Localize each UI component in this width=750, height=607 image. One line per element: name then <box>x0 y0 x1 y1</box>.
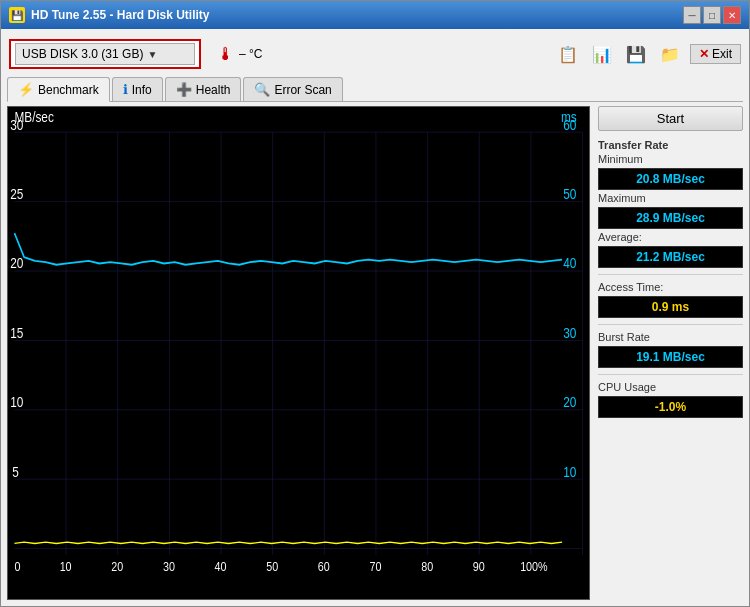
transfer-rate-title: Transfer Rate <box>598 139 743 151</box>
access-time-label: Access Time: <box>598 281 743 293</box>
burst-rate-value: 19.1 MB/sec <box>598 346 743 368</box>
stats-section: Transfer Rate Minimum 20.8 MB/sec Maximu… <box>598 137 743 418</box>
average-value: 21.2 MB/sec <box>598 246 743 268</box>
save-icon-btn[interactable]: 💾 <box>622 42 650 66</box>
benchmark-tab-label: Benchmark <box>38 83 99 97</box>
sidebar-stats: Start Transfer Rate Minimum 20.8 MB/sec … <box>598 106 743 600</box>
svg-text:10: 10 <box>60 559 72 573</box>
tab-health[interactable]: ➕ Health <box>165 77 242 101</box>
svg-text:40: 40 <box>215 559 227 573</box>
svg-text:30: 30 <box>563 325 576 341</box>
svg-text:25: 25 <box>10 186 23 202</box>
main-window: 💾 HD Tune 2.55 - Hard Disk Utility ─ □ ✕… <box>0 0 750 607</box>
tab-info[interactable]: ℹ Info <box>112 77 163 101</box>
title-bar-left: 💾 HD Tune 2.55 - Hard Disk Utility <box>9 7 209 23</box>
toolbar-right: 📋 📊 💾 📁 ✕ Exit <box>554 42 741 66</box>
svg-text:10: 10 <box>563 464 576 480</box>
maximize-button[interactable]: □ <box>703 6 721 24</box>
exit-label: Exit <box>712 47 732 61</box>
copy-icon-btn[interactable]: 📋 <box>554 42 582 66</box>
toolbar: USB DISK 3.0 (31 GB) ▼ 🌡 – °C 📋 📊 💾 📁 ✕ … <box>7 35 743 73</box>
folder-icon-btn[interactable]: 📁 <box>656 42 684 66</box>
exit-button[interactable]: ✕ Exit <box>690 44 741 64</box>
main-content: USB DISK 3.0 (31 GB) ▼ 🌡 – °C 📋 📊 💾 📁 ✕ … <box>1 29 749 606</box>
svg-text:0: 0 <box>14 559 20 573</box>
svg-text:80: 80 <box>421 559 433 573</box>
chart-area: 30 25 20 15 10 5 MB/sec 60 50 40 30 20 1… <box>7 106 743 600</box>
svg-text:MB/sec: MB/sec <box>14 109 54 125</box>
health-tab-icon: ➕ <box>176 82 192 97</box>
window-controls: ─ □ ✕ <box>683 6 741 24</box>
svg-text:40: 40 <box>563 256 576 272</box>
benchmark-tab-icon: ⚡ <box>18 82 34 97</box>
svg-text:100%: 100% <box>520 559 548 573</box>
minimum-label: Minimum <box>598 153 743 165</box>
tab-benchmark[interactable]: ⚡ Benchmark <box>7 77 110 102</box>
info-tab-icon: ℹ <box>123 82 128 97</box>
errorscan-tab-icon: 🔍 <box>254 82 270 97</box>
divider-2 <box>598 324 743 325</box>
errorscan-tab-label: Error Scan <box>274 83 331 97</box>
dropdown-arrow-icon: ▼ <box>147 49 157 60</box>
cpu-usage-value: -1.0% <box>598 396 743 418</box>
average-label: Average: <box>598 231 743 243</box>
start-button[interactable]: Start <box>598 106 743 131</box>
benchmark-chart: 30 25 20 15 10 5 MB/sec 60 50 40 30 20 1… <box>7 106 590 600</box>
svg-text:20: 20 <box>10 256 23 272</box>
info-tab-label: Info <box>132 83 152 97</box>
window-title: HD Tune 2.55 - Hard Disk Utility <box>31 8 209 22</box>
svg-text:10: 10 <box>10 394 23 410</box>
svg-text:50: 50 <box>266 559 278 573</box>
chart-icon-btn[interactable]: 📊 <box>588 42 616 66</box>
access-time-value: 0.9 ms <box>598 296 743 318</box>
svg-text:50: 50 <box>563 186 576 202</box>
disk-dropdown[interactable]: USB DISK 3.0 (31 GB) ▼ <box>15 43 195 65</box>
health-tab-label: Health <box>196 83 231 97</box>
minimize-button[interactable]: ─ <box>683 6 701 24</box>
tab-bar: ⚡ Benchmark ℹ Info ➕ Health 🔍 Error Scan <box>7 77 743 102</box>
maximum-label: Maximum <box>598 192 743 204</box>
svg-text:15: 15 <box>10 325 23 341</box>
svg-text:60: 60 <box>318 559 330 573</box>
exit-x-icon: ✕ <box>699 47 709 61</box>
svg-text:90: 90 <box>473 559 485 573</box>
title-bar: 💾 HD Tune 2.55 - Hard Disk Utility ─ □ ✕ <box>1 1 749 29</box>
svg-text:70: 70 <box>370 559 382 573</box>
burst-rate-group: Burst Rate 19.1 MB/sec <box>598 331 743 368</box>
chart-svg: 30 25 20 15 10 5 MB/sec 60 50 40 30 20 1… <box>8 107 589 599</box>
temperature-display: 🌡 – °C <box>217 44 262 65</box>
temperature-value: – °C <box>239 47 262 61</box>
transfer-rate-group: Transfer Rate Minimum 20.8 MB/sec Maximu… <box>598 137 743 268</box>
svg-text:20: 20 <box>111 559 123 573</box>
divider-3 <box>598 374 743 375</box>
disk-selector-frame: USB DISK 3.0 (31 GB) ▼ <box>9 39 201 69</box>
tab-errorscan[interactable]: 🔍 Error Scan <box>243 77 342 101</box>
access-time-group: Access Time: 0.9 ms <box>598 281 743 318</box>
cpu-usage-group: CPU Usage -1.0% <box>598 381 743 418</box>
svg-text:20: 20 <box>563 394 576 410</box>
svg-rect-0 <box>8 107 589 599</box>
burst-rate-label: Burst Rate <box>598 331 743 343</box>
svg-text:30: 30 <box>163 559 175 573</box>
app-icon: 💾 <box>9 7 25 23</box>
svg-text:5: 5 <box>12 464 19 480</box>
minimum-value: 20.8 MB/sec <box>598 168 743 190</box>
cpu-usage-label: CPU Usage <box>598 381 743 393</box>
disk-name-label: USB DISK 3.0 (31 GB) <box>22 47 143 61</box>
close-button[interactable]: ✕ <box>723 6 741 24</box>
divider-1 <box>598 274 743 275</box>
maximum-value: 28.9 MB/sec <box>598 207 743 229</box>
svg-text:ms: ms <box>561 109 577 125</box>
thermometer-icon: 🌡 <box>217 44 235 65</box>
